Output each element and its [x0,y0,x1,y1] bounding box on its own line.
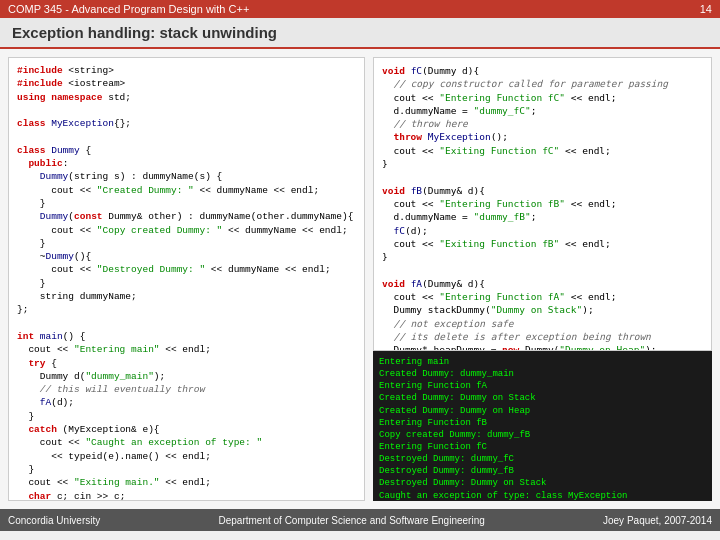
terminal-line-7: Copy created Dummy: dummy_fB [379,429,706,441]
right-panel: void fC(Dummy d){ // copy constructor ca… [373,57,712,501]
course-title: COMP 345 - Advanced Program Design with … [8,3,249,15]
terminal-line-5: Created Dummy: Dummy on Heap [379,405,706,417]
footer-right: Joey Paquet, 2007-2014 [603,515,712,526]
terminal-line-2: Created Dummy: dummy_main [379,368,706,380]
left-code: #include <string> #include <iostream> us… [17,64,356,501]
right-code-panel: void fC(Dummy d){ // copy constructor ca… [373,57,712,351]
terminal-line-6: Entering Function fB [379,417,706,429]
terminal-line-10: Destroyed Dummy: dummy_fB [379,465,706,477]
main-content: #include <string> #include <iostream> us… [0,49,720,509]
terminal-line-8: Entering Function fC [379,441,706,453]
right-code: void fC(Dummy d){ // copy constructor ca… [382,64,703,351]
footer: Concordia University Department of Compu… [0,509,720,531]
terminal-line-9: Destroyed Dummy: dummy_fC [379,453,706,465]
terminal-line-3: Entering Function fA [379,380,706,392]
slide-number: 14 [700,3,712,15]
slide-title: Exception handling: stack unwinding [0,18,720,49]
terminal-line-1: Entering main [379,356,706,368]
header-bar: COMP 345 - Advanced Program Design with … [0,0,720,18]
left-code-panel: #include <string> #include <iostream> us… [8,57,365,501]
terminal-line-12: Caught an exception of type: class MyExc… [379,490,706,501]
terminal-line-4: Created Dummy: Dummy on Stack [379,392,706,404]
footer-center: Department of Computer Science and Softw… [219,515,485,526]
terminal-line-11: Destroyed Dummy: Dummy on Stack [379,477,706,489]
footer-left: Concordia University [8,515,100,526]
terminal-panel: Entering main Created Dummy: dummy_main … [373,351,712,501]
